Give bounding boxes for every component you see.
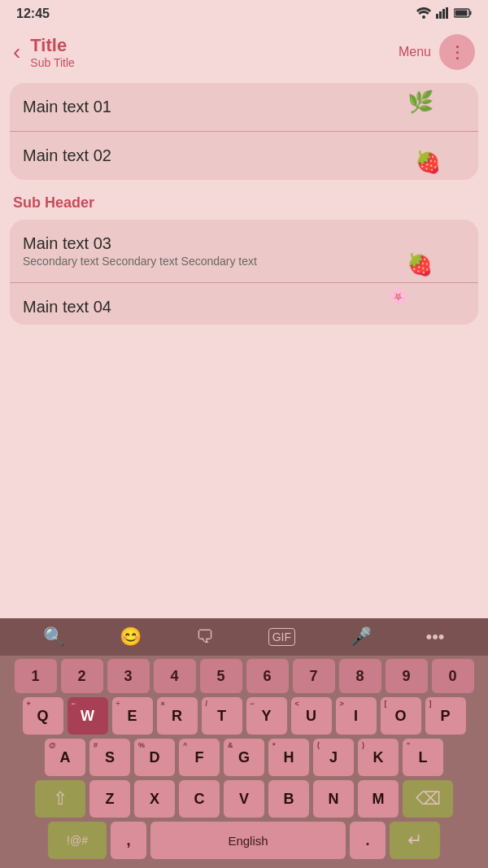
app-title: Title [30, 35, 399, 56]
deco-strawberry-2: 🍓 [407, 252, 433, 277]
deco-flower-1: 🌸 [388, 286, 408, 306]
period-key[interactable]: . [350, 822, 386, 859]
key-y[interactable]: −Y [246, 697, 287, 735]
backspace-icon [416, 788, 441, 809]
key-h[interactable]: *H [268, 739, 309, 776]
keyboard: 🔍 😊 🗨 GIF 🎤 ••• 1 2 3 4 5 6 7 8 9 0 +Q −… [0, 618, 488, 868]
list-item-1-text: Main text 01 [23, 98, 465, 116]
svg-rect-6 [470, 11, 472, 15]
key-x[interactable]: X [134, 780, 175, 818]
key-k[interactable]: )K [358, 739, 399, 776]
keyboard-keys: 1 2 3 4 5 6 7 8 9 0 +Q −W ÷E ×R /T −Y <U… [0, 656, 488, 868]
key-d[interactable]: %D [134, 739, 175, 776]
search-icon[interactable]: 🔍 [43, 626, 65, 648]
key-v[interactable]: V [224, 780, 264, 818]
menu-label[interactable]: Menu [399, 45, 431, 59]
key-5[interactable]: 5 [200, 659, 242, 693]
status-time: 12:45 [16, 7, 50, 21]
key-7[interactable]: 7 [293, 659, 335, 693]
svg-rect-3 [442, 9, 445, 19]
battery-icon [454, 7, 472, 20]
svg-rect-1 [436, 14, 438, 19]
svg-rect-2 [439, 11, 442, 19]
deco-leaf-1: 🌿 [407, 89, 434, 115]
menu-button[interactable]: ⋮ [439, 34, 475, 70]
key-1[interactable]: 1 [15, 659, 57, 693]
comma-key[interactable]: , [111, 822, 146, 859]
key-u[interactable]: <U [291, 697, 332, 735]
asdf-row: @A #S %D ^F &G *H (J )K "L [5, 739, 483, 776]
status-bar: 12:45 [0, 0, 488, 28]
list-item-2-text: Main text 02 [23, 146, 465, 165]
app-header: ‹ Title Sub Title Menu ⋮ [0, 28, 488, 76]
list-item-3[interactable]: Main text 03 Secondary text Secondary te… [10, 220, 478, 282]
key-t[interactable]: /T [202, 697, 242, 735]
more-icon: ⋮ [449, 42, 466, 62]
key-z[interactable]: Z [89, 780, 130, 818]
gif-icon[interactable]: GIF [268, 628, 295, 646]
spacebar[interactable]: English [150, 822, 346, 859]
key-8[interactable]: 8 [339, 659, 381, 693]
list-item-3-text: Main text 03 [23, 234, 465, 253]
shift-key[interactable] [35, 780, 85, 818]
key-l[interactable]: "L [403, 739, 443, 776]
key-c[interactable]: C [179, 780, 220, 818]
key-a[interactable]: @A [45, 739, 85, 776]
key-p[interactable]: ]P [425, 697, 466, 735]
list-item-1[interactable]: Main text 01 🌿 [10, 83, 478, 131]
key-g[interactable]: &G [224, 739, 264, 776]
list-item-2[interactable]: Main text 02 🍓 [10, 131, 478, 180]
svg-point-0 [422, 15, 425, 19]
svg-rect-7 [455, 11, 468, 16]
key-q[interactable]: +Q [23, 697, 63, 735]
list-item-4[interactable]: Main text 04 🌸 [10, 282, 478, 325]
key-r[interactable]: ×R [157, 697, 198, 735]
qwerty-row: +Q −W ÷E ×R /T −Y <U >I [O ]P [5, 697, 483, 735]
key-0[interactable]: 0 [432, 659, 474, 693]
app-subtitle: Sub Title [30, 56, 399, 69]
key-i[interactable]: >I [336, 697, 377, 735]
backspace-key[interactable] [403, 780, 453, 818]
emoji-icon[interactable]: 😊 [120, 626, 142, 648]
shift-icon [53, 788, 68, 809]
svg-rect-4 [446, 7, 448, 19]
key-j[interactable]: (J [313, 739, 354, 776]
key-2[interactable]: 2 [61, 659, 103, 693]
key-b[interactable]: B [268, 780, 309, 818]
keyboard-toolbar: 🔍 😊 🗨 GIF 🎤 ••• [0, 618, 488, 656]
zxcv-row: Z X C V B N M [5, 780, 483, 818]
key-o[interactable]: [O [381, 697, 421, 735]
signal-icon [436, 7, 449, 21]
sticker-icon[interactable]: 🗨 [196, 626, 214, 648]
key-n[interactable]: N [313, 780, 354, 818]
list-2: Main text 03 Secondary text Secondary te… [10, 220, 478, 325]
key-4[interactable]: 4 [154, 659, 196, 693]
enter-icon [407, 830, 422, 851]
key-m[interactable]: M [358, 780, 399, 818]
bottom-row: !@# , English . [5, 822, 483, 859]
symbols-key[interactable]: !@# [48, 822, 107, 859]
number-row: 1 2 3 4 5 6 7 8 9 0 [5, 659, 483, 693]
back-button[interactable]: ‹ [13, 39, 20, 65]
list-item-3-secondary: Secondary text Secondary text Secondary … [23, 255, 465, 268]
deco-strawberry-1: 🍓 [415, 150, 441, 175]
key-6[interactable]: 6 [246, 659, 289, 693]
mic-icon[interactable]: 🎤 [350, 626, 372, 648]
key-e[interactable]: ÷E [112, 697, 153, 735]
key-s[interactable]: #S [89, 739, 130, 776]
list-1: Main text 01 🌿 Main text 02 🍓 [10, 83, 478, 180]
key-3[interactable]: 3 [107, 659, 150, 693]
wifi-icon [416, 7, 431, 21]
key-9[interactable]: 9 [386, 659, 428, 693]
key-w[interactable]: −W [68, 697, 108, 735]
enter-key[interactable] [390, 822, 440, 859]
header-title-block: Title Sub Title [30, 35, 399, 69]
sub-header: Sub Header [0, 186, 488, 216]
key-f[interactable]: ^F [179, 739, 220, 776]
status-icons [416, 7, 472, 21]
more-tools-icon[interactable]: ••• [425, 626, 444, 648]
